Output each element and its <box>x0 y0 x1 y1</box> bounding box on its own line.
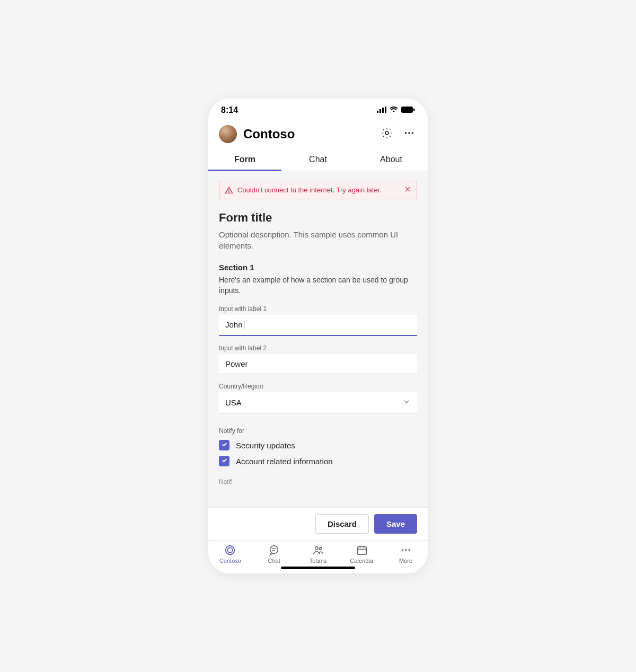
svg-rect-2 <box>382 108 384 113</box>
input2-label: Input with label 2 <box>219 344 417 352</box>
nav-contoso[interactable]: Contoso <box>208 544 252 564</box>
form-title: Form title <box>219 211 417 225</box>
checkbox-label: Account related information <box>236 457 333 466</box>
close-icon <box>404 185 411 194</box>
battery-icon <box>401 105 415 115</box>
input1-label: Input with label 1 <box>219 305 417 313</box>
text-caret <box>244 321 244 330</box>
svg-point-16 <box>270 546 278 554</box>
settings-button[interactable] <box>379 126 395 142</box>
svg-point-19 <box>315 547 318 550</box>
checkbox-box <box>219 440 229 450</box>
chevron-down-icon <box>402 397 411 408</box>
status-bar: 8:14 <box>208 99 428 122</box>
nav-label: Calendar <box>350 558 374 564</box>
section-title: Section 1 <box>219 263 417 272</box>
more-horizontal-icon <box>403 127 415 141</box>
input1-value: John <box>225 320 243 329</box>
nav-label: Chat <box>268 558 280 564</box>
svg-point-14 <box>226 546 235 555</box>
checkbox-security-updates[interactable]: Security updates <box>219 440 417 450</box>
country-select[interactable]: USA <box>219 392 417 413</box>
svg-point-27 <box>408 549 410 551</box>
checkbox-label: Security updates <box>236 441 295 450</box>
tab-about[interactable]: About <box>355 148 428 171</box>
input2-value: Power <box>225 359 248 368</box>
checkbox-account-info[interactable]: Account related information <box>219 456 417 466</box>
calendar-icon <box>356 544 368 556</box>
nav-label: Contoso <box>219 558 241 564</box>
chat-icon <box>268 544 280 556</box>
phone-frame: 8:14 Contoso <box>208 99 428 573</box>
field-input1: Input with label 1 John <box>219 305 417 336</box>
tab-bar: Form Chat About <box>208 148 428 171</box>
input2-field[interactable]: Power <box>219 354 417 374</box>
section-description: Here's an example of how a section can b… <box>219 275 417 296</box>
nav-calendar[interactable]: Calendar <box>340 544 384 564</box>
avatar[interactable] <box>219 125 237 143</box>
country-label: Country/Region <box>219 383 417 390</box>
nav-label: Teams <box>310 558 326 564</box>
nav-chat[interactable]: Chat <box>252 544 296 564</box>
wifi-icon <box>390 105 398 115</box>
svg-point-9 <box>412 132 414 134</box>
nav-teams[interactable]: Teams <box>296 544 340 564</box>
canvas-background: 8:14 Contoso <box>26 39 610 633</box>
tab-form[interactable]: Form <box>208 148 281 171</box>
svg-point-11 <box>228 191 229 192</box>
tab-chat[interactable]: Chat <box>281 148 355 171</box>
nav-more[interactable]: More <box>384 544 428 564</box>
checkbox-box <box>219 456 229 466</box>
svg-rect-4 <box>401 107 413 113</box>
svg-point-26 <box>405 549 407 551</box>
svg-rect-0 <box>377 111 378 113</box>
action-bar: Discard Save <box>208 507 428 540</box>
nav-label: More <box>399 558 412 564</box>
more-button[interactable] <box>401 126 417 142</box>
gear-icon <box>381 127 393 141</box>
svg-point-25 <box>401 549 403 551</box>
svg-rect-21 <box>358 547 367 555</box>
cutoff-text: Notif <box>219 478 417 485</box>
svg-rect-3 <box>385 107 386 113</box>
svg-point-7 <box>405 132 407 134</box>
form-description: Optional description. This sample uses c… <box>219 229 417 251</box>
discard-button[interactable]: Discard <box>315 514 369 534</box>
content-area: Couldn't connect to the internet. Try ag… <box>208 171 428 507</box>
svg-rect-1 <box>379 109 381 113</box>
error-alert: Couldn't connect to the internet. Try ag… <box>219 181 417 199</box>
notify-label: Notify for <box>219 427 417 435</box>
save-button[interactable]: Save <box>374 514 417 534</box>
field-input2: Input with label 2 Power <box>219 344 417 374</box>
checkmark-icon <box>221 456 228 466</box>
contoso-icon <box>224 544 236 556</box>
svg-point-8 <box>408 132 410 134</box>
home-indicator <box>281 567 355 569</box>
alert-close-button[interactable] <box>404 185 411 194</box>
checkmark-icon <box>221 440 228 450</box>
svg-point-20 <box>319 547 321 550</box>
warning-icon <box>225 186 233 194</box>
country-value: USA <box>225 398 242 407</box>
svg-rect-5 <box>413 109 415 111</box>
signal-icon <box>377 105 386 115</box>
alert-text: Couldn't connect to the internet. Try ag… <box>237 186 400 194</box>
app-title: Contoso <box>243 127 373 142</box>
more-horizontal-icon <box>400 544 412 556</box>
status-time: 8:14 <box>221 105 238 115</box>
svg-point-6 <box>385 131 388 135</box>
app-header: Contoso <box>208 122 428 148</box>
teams-icon <box>312 544 324 556</box>
svg-point-15 <box>228 547 233 552</box>
input1-field[interactable]: John <box>219 315 417 336</box>
field-country: Country/Region USA <box>219 383 417 413</box>
